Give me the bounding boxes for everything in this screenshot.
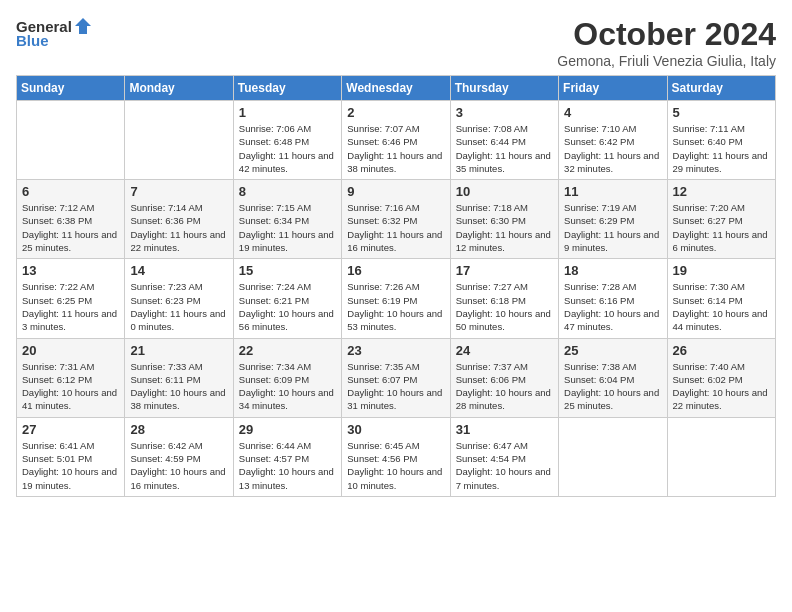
cell-info: Sunrise: 6:41 AMSunset: 5:01 PMDaylight:… [22,439,120,492]
column-header-thursday: Thursday [450,76,558,101]
calendar-cell: 6Sunrise: 7:12 AMSunset: 6:38 PMDaylight… [17,180,125,259]
calendar-cell: 26Sunrise: 7:40 AMSunset: 6:02 PMDayligh… [667,338,775,417]
calendar-week-row: 13Sunrise: 7:22 AMSunset: 6:25 PMDayligh… [17,259,776,338]
calendar-cell [559,417,667,496]
cell-info: Sunrise: 7:08 AMSunset: 6:44 PMDaylight:… [456,122,554,175]
cell-info: Sunrise: 7:31 AMSunset: 6:12 PMDaylight:… [22,360,120,413]
cell-info: Sunrise: 7:24 AMSunset: 6:21 PMDaylight:… [239,280,337,333]
calendar-cell: 7Sunrise: 7:14 AMSunset: 6:36 PMDaylight… [125,180,233,259]
calendar-cell: 5Sunrise: 7:11 AMSunset: 6:40 PMDaylight… [667,101,775,180]
day-number: 30 [347,422,445,437]
cell-info: Sunrise: 7:35 AMSunset: 6:07 PMDaylight:… [347,360,445,413]
cell-info: Sunrise: 7:34 AMSunset: 6:09 PMDaylight:… [239,360,337,413]
day-number: 29 [239,422,337,437]
calendar-cell: 24Sunrise: 7:37 AMSunset: 6:06 PMDayligh… [450,338,558,417]
day-number: 24 [456,343,554,358]
day-number: 1 [239,105,337,120]
cell-info: Sunrise: 7:06 AMSunset: 6:48 PMDaylight:… [239,122,337,175]
day-number: 20 [22,343,120,358]
cell-info: Sunrise: 7:26 AMSunset: 6:19 PMDaylight:… [347,280,445,333]
cell-info: Sunrise: 6:45 AMSunset: 4:56 PMDaylight:… [347,439,445,492]
day-number: 16 [347,263,445,278]
day-number: 8 [239,184,337,199]
day-number: 23 [347,343,445,358]
cell-info: Sunrise: 7:18 AMSunset: 6:30 PMDaylight:… [456,201,554,254]
calendar-cell: 11Sunrise: 7:19 AMSunset: 6:29 PMDayligh… [559,180,667,259]
day-number: 12 [673,184,771,199]
calendar-cell: 9Sunrise: 7:16 AMSunset: 6:32 PMDaylight… [342,180,450,259]
calendar-cell: 8Sunrise: 7:15 AMSunset: 6:34 PMDaylight… [233,180,341,259]
calendar-cell: 28Sunrise: 6:42 AMSunset: 4:59 PMDayligh… [125,417,233,496]
day-number: 31 [456,422,554,437]
calendar-table: SundayMondayTuesdayWednesdayThursdayFrid… [16,75,776,497]
calendar-cell: 14Sunrise: 7:23 AMSunset: 6:23 PMDayligh… [125,259,233,338]
calendar-week-row: 6Sunrise: 7:12 AMSunset: 6:38 PMDaylight… [17,180,776,259]
day-number: 3 [456,105,554,120]
calendar-week-row: 27Sunrise: 6:41 AMSunset: 5:01 PMDayligh… [17,417,776,496]
column-header-monday: Monday [125,76,233,101]
cell-info: Sunrise: 7:16 AMSunset: 6:32 PMDaylight:… [347,201,445,254]
day-number: 5 [673,105,771,120]
column-header-saturday: Saturday [667,76,775,101]
calendar-cell: 31Sunrise: 6:47 AMSunset: 4:54 PMDayligh… [450,417,558,496]
calendar-cell [125,101,233,180]
calendar-cell: 10Sunrise: 7:18 AMSunset: 6:30 PMDayligh… [450,180,558,259]
day-number: 9 [347,184,445,199]
cell-info: Sunrise: 7:27 AMSunset: 6:18 PMDaylight:… [456,280,554,333]
column-header-friday: Friday [559,76,667,101]
calendar-cell: 15Sunrise: 7:24 AMSunset: 6:21 PMDayligh… [233,259,341,338]
day-number: 15 [239,263,337,278]
logo-blue-text: Blue [16,32,49,49]
day-number: 22 [239,343,337,358]
calendar-cell: 12Sunrise: 7:20 AMSunset: 6:27 PMDayligh… [667,180,775,259]
day-number: 18 [564,263,662,278]
calendar-cell: 27Sunrise: 6:41 AMSunset: 5:01 PMDayligh… [17,417,125,496]
calendar-cell: 2Sunrise: 7:07 AMSunset: 6:46 PMDaylight… [342,101,450,180]
column-header-wednesday: Wednesday [342,76,450,101]
cell-info: Sunrise: 7:07 AMSunset: 6:46 PMDaylight:… [347,122,445,175]
column-header-tuesday: Tuesday [233,76,341,101]
month-title: October 2024 [557,16,776,53]
calendar-cell: 30Sunrise: 6:45 AMSunset: 4:56 PMDayligh… [342,417,450,496]
calendar-cell: 17Sunrise: 7:27 AMSunset: 6:18 PMDayligh… [450,259,558,338]
calendar-cell [17,101,125,180]
cell-info: Sunrise: 6:42 AMSunset: 4:59 PMDaylight:… [130,439,228,492]
day-number: 28 [130,422,228,437]
location-subtitle: Gemona, Friuli Venezia Giulia, Italy [557,53,776,69]
cell-info: Sunrise: 7:15 AMSunset: 6:34 PMDaylight:… [239,201,337,254]
calendar-cell: 18Sunrise: 7:28 AMSunset: 6:16 PMDayligh… [559,259,667,338]
day-number: 17 [456,263,554,278]
calendar-cell [667,417,775,496]
calendar-cell: 20Sunrise: 7:31 AMSunset: 6:12 PMDayligh… [17,338,125,417]
cell-info: Sunrise: 6:47 AMSunset: 4:54 PMDaylight:… [456,439,554,492]
cell-info: Sunrise: 7:23 AMSunset: 6:23 PMDaylight:… [130,280,228,333]
logo: General Blue [16,16,93,49]
calendar-cell: 19Sunrise: 7:30 AMSunset: 6:14 PMDayligh… [667,259,775,338]
day-number: 10 [456,184,554,199]
calendar-cell: 29Sunrise: 6:44 AMSunset: 4:57 PMDayligh… [233,417,341,496]
cell-info: Sunrise: 7:37 AMSunset: 6:06 PMDaylight:… [456,360,554,413]
cell-info: Sunrise: 6:44 AMSunset: 4:57 PMDaylight:… [239,439,337,492]
calendar-cell: 1Sunrise: 7:06 AMSunset: 6:48 PMDaylight… [233,101,341,180]
calendar-cell: 16Sunrise: 7:26 AMSunset: 6:19 PMDayligh… [342,259,450,338]
calendar-week-row: 20Sunrise: 7:31 AMSunset: 6:12 PMDayligh… [17,338,776,417]
cell-info: Sunrise: 7:14 AMSunset: 6:36 PMDaylight:… [130,201,228,254]
calendar-cell: 13Sunrise: 7:22 AMSunset: 6:25 PMDayligh… [17,259,125,338]
day-number: 14 [130,263,228,278]
logo-icon [73,16,93,36]
cell-info: Sunrise: 7:22 AMSunset: 6:25 PMDaylight:… [22,280,120,333]
cell-info: Sunrise: 7:11 AMSunset: 6:40 PMDaylight:… [673,122,771,175]
cell-info: Sunrise: 7:38 AMSunset: 6:04 PMDaylight:… [564,360,662,413]
day-number: 21 [130,343,228,358]
day-number: 7 [130,184,228,199]
svg-marker-0 [75,18,91,34]
cell-info: Sunrise: 7:19 AMSunset: 6:29 PMDaylight:… [564,201,662,254]
day-number: 6 [22,184,120,199]
day-number: 25 [564,343,662,358]
calendar-cell: 23Sunrise: 7:35 AMSunset: 6:07 PMDayligh… [342,338,450,417]
calendar-cell: 25Sunrise: 7:38 AMSunset: 6:04 PMDayligh… [559,338,667,417]
day-number: 26 [673,343,771,358]
title-block: October 2024 Gemona, Friuli Venezia Giul… [557,16,776,69]
calendar-cell: 22Sunrise: 7:34 AMSunset: 6:09 PMDayligh… [233,338,341,417]
cell-info: Sunrise: 7:28 AMSunset: 6:16 PMDaylight:… [564,280,662,333]
